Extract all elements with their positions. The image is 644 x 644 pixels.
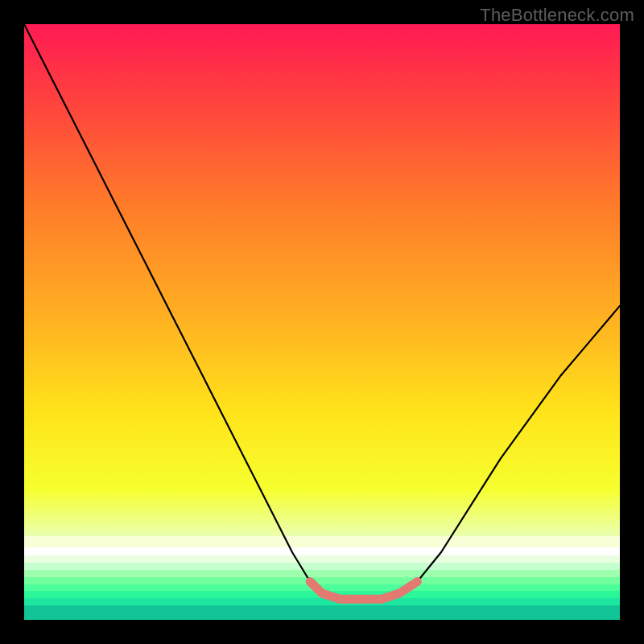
optimal-zone-highlight [310,582,417,600]
watermark-text: TheBottleneck.com [480,5,634,26]
chart-frame: TheBottleneck.com [0,0,644,644]
bottleneck-curve [24,24,620,599]
plot-area [24,24,620,620]
curve-layer [24,24,620,620]
